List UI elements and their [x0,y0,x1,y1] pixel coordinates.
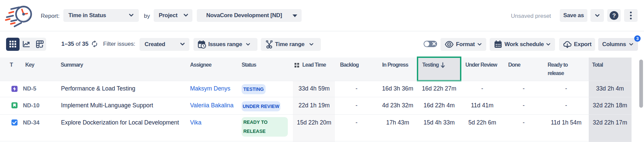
svg-text:?: ? [612,12,616,19]
